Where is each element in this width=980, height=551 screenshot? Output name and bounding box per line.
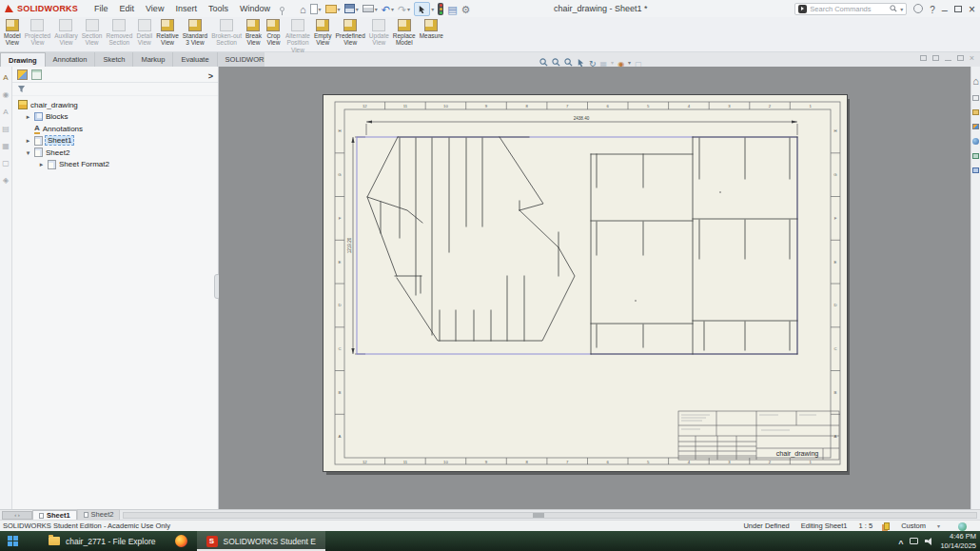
unit-system[interactable]: Custom [901, 521, 926, 530]
toolbar-button-predefined-view[interactable]: Predefined View [333, 17, 366, 47]
save-icon[interactable] [344, 4, 355, 13]
tab-markup[interactable]: Markup [133, 52, 173, 67]
note-tool-icon[interactable]: A [3, 74, 8, 82]
quick-tips-icon[interactable] [884, 522, 890, 530]
taskbar-file-explorer[interactable]: chair_2771 - File Explore [39, 531, 166, 551]
doc-tile-icon[interactable] [932, 55, 939, 61]
taskbar-firefox[interactable] [166, 531, 197, 551]
toolbar-button-relative-view[interactable]: Relative View [154, 17, 180, 47]
doc-minimize-icon[interactable] [945, 60, 951, 61]
search-icon[interactable] [890, 5, 897, 12]
undo-dropdown-icon[interactable]: ▾ [391, 6, 394, 12]
pin-menu-icon[interactable] [280, 7, 284, 11]
tags-globe-icon[interactable] [958, 522, 967, 531]
print-icon[interactable] [363, 5, 374, 12]
menu-window[interactable]: Window [235, 4, 275, 13]
taskbar-solidworks[interactable]: S SOLIDWORKS Student E [197, 531, 325, 551]
taskbar-clock[interactable]: 4:46 PM 10/14/2025 [940, 532, 976, 551]
pack-and-go-icon[interactable] [972, 167, 979, 173]
view-palette-icon[interactable] [972, 124, 979, 129]
toolbar-button-break-view[interactable]: Break View [244, 17, 264, 47]
file-explorer-pane-icon[interactable] [972, 109, 979, 115]
doc-cascade-icon[interactable] [920, 55, 927, 61]
doc-restore-icon[interactable] [957, 55, 964, 61]
expand-arrow-icon[interactable] [38, 160, 45, 168]
expand-arrow-icon[interactable] [25, 112, 31, 121]
horizontal-scrollbar[interactable] [123, 512, 977, 519]
tab-annotation[interactable]: Annotation [46, 52, 96, 67]
save-dropdown-icon[interactable]: ▾ [356, 6, 359, 12]
tab-sketch[interactable]: Sketch [95, 52, 133, 67]
dimension-vertical-value[interactable]: 1219.20 [347, 237, 352, 253]
start-button[interactable] [8, 536, 18, 546]
zoom-area-icon[interactable] [552, 58, 560, 67]
close-button[interactable] [969, 1, 975, 16]
tree-item-sheet2[interactable]: Sheet2 [12, 147, 218, 159]
open-file-icon[interactable] [325, 5, 337, 13]
tab-evaluate[interactable]: Evaluate [173, 52, 217, 67]
file-properties-icon[interactable] [447, 1, 457, 16]
user-account-icon[interactable] [913, 4, 923, 13]
resources-home-icon[interactable] [972, 76, 979, 87]
search-input[interactable] [810, 5, 887, 13]
feature-tree-tab-icon[interactable] [17, 69, 28, 80]
menu-file[interactable]: File [89, 4, 113, 13]
network-icon[interactable] [910, 538, 918, 544]
tray-expand-icon[interactable] [898, 534, 903, 549]
menu-view[interactable]: View [141, 4, 168, 13]
doc-close-icon[interactable]: × [970, 55, 974, 61]
open-dropdown-icon[interactable]: ▾ [338, 6, 341, 12]
new-document-icon[interactable] [310, 4, 318, 14]
toolbar-button-measure[interactable]: Measure [418, 17, 445, 39]
tree-item-annotations[interactable]: Annotations [12, 123, 218, 135]
expand-arrow-icon[interactable] [25, 136, 31, 145]
sheet-nav-buttons[interactable] [2, 511, 32, 520]
menu-edit[interactable]: Edit [115, 4, 140, 13]
unit-dropdown-icon[interactable]: ▾ [937, 522, 940, 529]
spellcheck-tool-icon[interactable]: A [3, 108, 8, 116]
search-box[interactable]: ▾ [794, 3, 907, 15]
tree-item-root[interactable]: chair_drawing [12, 99, 218, 111]
select-dropdown-icon[interactable]: ▾ [431, 6, 434, 12]
tree-item-blocks[interactable]: Blocks [12, 111, 218, 124]
toolbar-button-crop-view[interactable]: Crop View [264, 17, 284, 47]
appearances-icon[interactable] [972, 138, 979, 145]
toolbar-button-model-view[interactable]: Model View [2, 17, 23, 47]
print-dropdown-icon[interactable]: ▾ [375, 6, 378, 12]
design-library-icon[interactable] [972, 95, 979, 101]
toolbar-button-replace-model[interactable]: Replace Model [391, 17, 418, 47]
toolbar-button-standard-3-view[interactable]: Standard 3 View [181, 17, 209, 47]
dimension-horizontal-value[interactable]: 2438.40 [574, 116, 590, 121]
tree-item-sheet1[interactable]: Sheet1 [12, 135, 218, 148]
property-tab-icon[interactable] [31, 69, 42, 80]
sheet-tab-sheet1[interactable]: Sheet1 [32, 510, 77, 521]
filter-funnel-icon[interactable] [17, 85, 26, 93]
minimize-button[interactable] [942, 1, 948, 16]
select-tool-button[interactable] [414, 2, 430, 16]
rebuild-traffic-light-icon[interactable] [438, 3, 443, 15]
collapse-arrow-icon[interactable] [25, 148, 31, 157]
toolbar-button-empty-view[interactable]: Empty View [312, 17, 333, 47]
new-dropdown-icon[interactable]: ▾ [319, 6, 322, 12]
volume-icon[interactable] [925, 538, 933, 545]
search-dropdown-icon[interactable]: ▾ [900, 6, 903, 12]
undo-icon[interactable] [382, 1, 390, 16]
drawing-sheet[interactable]: 121110987654321 121110987654321 HGFEDCBA… [323, 95, 847, 471]
scrollbar-thumb[interactable] [533, 513, 544, 518]
zoom-fit-icon[interactable] [539, 58, 548, 67]
menu-tools[interactable]: Tools [204, 4, 233, 13]
custom-properties-icon[interactable] [972, 153, 979, 159]
drawing-canvas[interactable]: 121110987654321 121110987654321 HGFEDCBA… [219, 67, 970, 509]
tree-item-sheet-format2[interactable]: Sheet Format2 [12, 159, 218, 171]
hide-show-dropdown-icon[interactable]: ▾ [628, 59, 631, 66]
pan-icon[interactable] [577, 58, 585, 67]
sheet-scale[interactable]: 1 : 5 [859, 521, 873, 530]
expand-panel-arrow-icon[interactable] [208, 67, 213, 82]
previous-view-icon[interactable] [564, 58, 573, 67]
menu-insert[interactable]: Insert [170, 4, 202, 13]
restore-button[interactable] [954, 6, 962, 12]
options-gear-icon[interactable] [461, 1, 471, 16]
home-icon[interactable] [300, 1, 306, 16]
tab-drawing[interactable]: Drawing [0, 52, 46, 67]
help-icon[interactable] [930, 1, 935, 16]
